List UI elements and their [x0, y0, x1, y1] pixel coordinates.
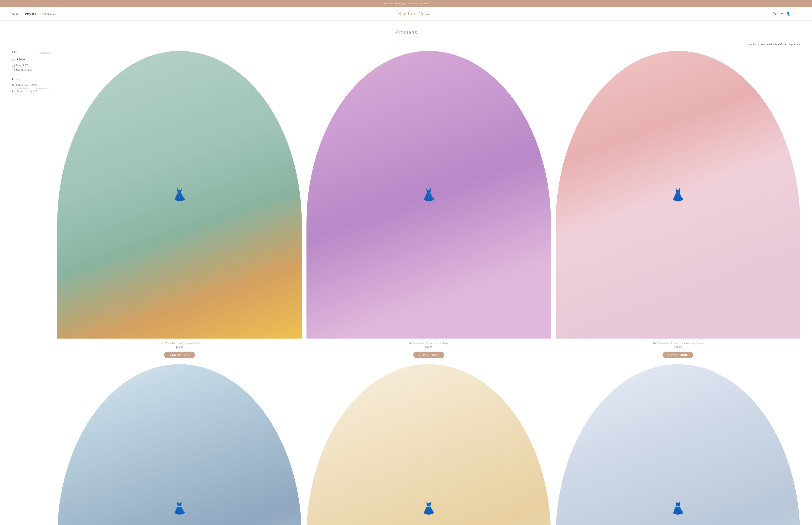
product-image: 👗 [306, 51, 551, 339]
filter-header: Filter: Remove all [12, 51, 51, 54]
nav-products[interactable]: Products [25, 12, 36, 15]
view-options-button[interactable]: VIEW OPTIONS [662, 351, 693, 358]
sidebar-filter: Filter: Remove all Availability In stock… [12, 51, 51, 525]
price-range-dash: - [31, 90, 32, 93]
product-image: 👗 [306, 364, 551, 525]
account-icon[interactable] [786, 12, 790, 16]
product-name: Kid's Wearable Towel - Banana Party [159, 341, 200, 345]
facebook-icon[interactable] [794, 12, 794, 16]
price-hint: The highest price is $69.95 [12, 84, 51, 87]
product-image-placeholder: 👗 [556, 51, 800, 339]
product-card: 👗 Kid's Wearable Towel - Lazy Daisy $69.… [306, 51, 551, 358]
product-name: Kid's Wearable Towel - Lazy Daisy [409, 341, 448, 345]
price-range: $ - [12, 89, 51, 94]
site-logo: Sandpitt Co☁ [398, 11, 430, 17]
sort-select[interactable]: Alphabetically, A-Z Alphabetically, Z-A … [759, 42, 787, 47]
page-title: Products [0, 20, 812, 40]
filter-out-of-stock[interactable]: Out of stock (2) [12, 68, 51, 72]
filter-divider [12, 75, 51, 75]
top-banner: Flat Rate Shipping - Afterpay Available [0, 0, 812, 7]
main-layout: Filter: Remove all Availability In stock… [0, 49, 812, 525]
product-image-placeholder: 👗 [306, 364, 551, 525]
site-header: About Products Contact Us Sandpitt Co☁ [0, 7, 812, 20]
product-image: 👗 [556, 364, 800, 525]
filter-label: Filter: [12, 51, 18, 54]
nav-contact[interactable]: Contact Us [43, 12, 56, 15]
remove-all-button[interactable]: Remove all [40, 51, 51, 54]
product-price: $69.95 [425, 346, 433, 349]
product-card: 👗 Kid's Wearable Towel - Style 4 $69.95 … [57, 364, 302, 525]
product-image-placeholder: 👗 [556, 364, 800, 525]
product-image-placeholder: 👗 [57, 364, 302, 525]
product-price: $69.95 [176, 346, 183, 349]
product-count: 6 products [789, 43, 800, 46]
search-icon[interactable] [773, 12, 777, 16]
price-to-input[interactable] [33, 89, 49, 94]
product-image-placeholder: 👗 [306, 51, 551, 339]
price-from-input[interactable] [14, 89, 30, 94]
product-card: 👗 Kid's Wearable Towel - Rainbow Fairy F… [556, 51, 800, 358]
product-image: 👗 [556, 51, 800, 339]
nav-about[interactable]: About [12, 12, 19, 15]
out-of-stock-checkbox[interactable] [12, 69, 15, 71]
filter-in-stock[interactable]: In stock (6) [12, 64, 51, 67]
main-nav: About Products Contact Us [12, 12, 56, 15]
availability-title: Availability [12, 58, 51, 61]
sort-bar: Sort by: Alphabetically, A-Z Alphabetica… [0, 40, 812, 49]
header-icons [773, 12, 800, 16]
product-card: 👗 Kid's Wearable Towel - Banana Party $6… [57, 51, 302, 358]
products-grid: 👗 Kid's Wearable Towel - Banana Party $6… [57, 51, 800, 525]
product-price: $69.95 [674, 346, 682, 349]
product-card: 👗 Kid's Wearable Towel - Style 5 $69.95 … [306, 364, 551, 525]
product-image: 👗 [57, 364, 302, 525]
in-stock-checkbox[interactable] [12, 64, 15, 66]
product-name: Kid's Wearable Towel - Rainbow Fairy Flo… [653, 341, 703, 345]
product-card: 👗 Kid's Wearable Towel - Style 6 $69.95 … [556, 364, 800, 525]
banner-text: Flat Rate Shipping - Afterpay Available [384, 2, 428, 5]
sort-label: Sort by: [748, 43, 757, 46]
view-options-button[interactable]: VIEW OPTIONS [413, 351, 444, 358]
currency-symbol: $ [12, 90, 13, 93]
product-image-placeholder: 👗 [57, 51, 302, 339]
view-options-button[interactable]: VIEW OPTIONS [164, 351, 195, 358]
product-image: 👗 [57, 51, 302, 339]
cart-icon[interactable] [780, 12, 783, 16]
price-title: Price [12, 78, 51, 81]
instagram-icon[interactable] [798, 12, 800, 16]
